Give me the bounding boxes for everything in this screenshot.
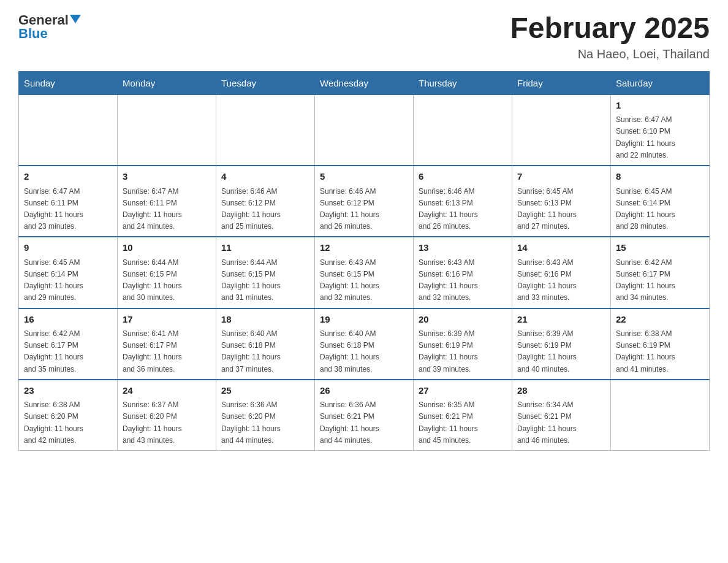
calendar-day-cell xyxy=(315,94,414,166)
day-info: Sunrise: 6:47 AMSunset: 6:11 PMDaylight:… xyxy=(123,186,211,233)
calendar-day-cell: 16Sunrise: 6:42 AMSunset: 6:17 PMDayligh… xyxy=(19,308,118,380)
calendar-body: 1Sunrise: 6:47 AMSunset: 6:10 PMDaylight… xyxy=(19,94,710,450)
day-number: 20 xyxy=(419,313,507,327)
day-number: 1 xyxy=(616,99,704,113)
calendar-day-cell xyxy=(216,94,315,166)
day-number: 24 xyxy=(123,384,211,398)
day-info: Sunrise: 6:43 AMSunset: 6:16 PMDaylight:… xyxy=(419,257,507,304)
day-info: Sunrise: 6:43 AMSunset: 6:16 PMDaylight:… xyxy=(517,257,605,304)
calendar-day-cell: 2Sunrise: 6:47 AMSunset: 6:11 PMDaylight… xyxy=(19,166,118,237)
logo-blue-text: Blue xyxy=(18,26,48,42)
calendar-week-row: 2Sunrise: 6:47 AMSunset: 6:11 PMDaylight… xyxy=(19,166,710,237)
day-number: 21 xyxy=(517,313,605,327)
day-info: Sunrise: 6:41 AMSunset: 6:17 PMDaylight:… xyxy=(123,328,211,375)
weekday-thursday: Thursday xyxy=(414,71,512,94)
day-info: Sunrise: 6:45 AMSunset: 6:13 PMDaylight:… xyxy=(517,186,605,233)
weekday-saturday: Saturday xyxy=(611,71,710,94)
day-number: 16 xyxy=(24,313,112,327)
day-number: 25 xyxy=(221,384,309,398)
calendar-day-cell: 13Sunrise: 6:43 AMSunset: 6:16 PMDayligh… xyxy=(414,237,512,308)
day-info: Sunrise: 6:46 AMSunset: 6:12 PMDaylight:… xyxy=(320,186,408,233)
day-info: Sunrise: 6:36 AMSunset: 6:20 PMDaylight:… xyxy=(221,399,309,446)
calendar-day-cell: 20Sunrise: 6:39 AMSunset: 6:19 PMDayligh… xyxy=(414,308,512,380)
day-info: Sunrise: 6:44 AMSunset: 6:15 PMDaylight:… xyxy=(123,257,211,304)
calendar-day-cell: 28Sunrise: 6:34 AMSunset: 6:21 PMDayligh… xyxy=(512,380,611,451)
day-info: Sunrise: 6:37 AMSunset: 6:20 PMDaylight:… xyxy=(123,399,211,446)
day-number: 17 xyxy=(123,313,211,327)
day-info: Sunrise: 6:44 AMSunset: 6:15 PMDaylight:… xyxy=(221,257,309,304)
day-number: 22 xyxy=(616,313,704,327)
calendar-day-cell xyxy=(118,94,216,166)
day-number: 9 xyxy=(24,241,112,255)
day-info: Sunrise: 6:35 AMSunset: 6:21 PMDaylight:… xyxy=(419,399,507,446)
calendar-day-cell: 1Sunrise: 6:47 AMSunset: 6:10 PMDaylight… xyxy=(611,94,710,166)
calendar-table: SundayMondayTuesdayWednesdayThursdayFrid… xyxy=(18,71,710,451)
day-info: Sunrise: 6:34 AMSunset: 6:21 PMDaylight:… xyxy=(517,399,605,446)
calendar-day-cell: 21Sunrise: 6:39 AMSunset: 6:19 PMDayligh… xyxy=(512,308,611,380)
day-number: 19 xyxy=(320,313,408,327)
calendar-day-cell: 27Sunrise: 6:35 AMSunset: 6:21 PMDayligh… xyxy=(414,380,512,451)
day-info: Sunrise: 6:46 AMSunset: 6:13 PMDaylight:… xyxy=(419,186,507,233)
weekday-monday: Monday xyxy=(118,71,216,94)
weekday-tuesday: Tuesday xyxy=(216,71,315,94)
day-number: 23 xyxy=(24,384,112,398)
day-number: 28 xyxy=(517,384,605,398)
day-number: 7 xyxy=(517,170,605,184)
day-number: 8 xyxy=(616,170,704,184)
logo: General Blue xyxy=(18,12,81,42)
logo-triangle-icon xyxy=(70,15,81,23)
calendar-day-cell: 10Sunrise: 6:44 AMSunset: 6:15 PMDayligh… xyxy=(118,237,216,308)
page-header: General Blue February 2025 Na Haeo, Loei… xyxy=(18,12,710,61)
calendar-day-cell xyxy=(512,94,611,166)
calendar-week-row: 1Sunrise: 6:47 AMSunset: 6:10 PMDaylight… xyxy=(19,94,710,166)
calendar-day-cell: 4Sunrise: 6:46 AMSunset: 6:12 PMDaylight… xyxy=(216,166,315,237)
day-number: 2 xyxy=(24,170,112,184)
day-info: Sunrise: 6:47 AMSunset: 6:10 PMDaylight:… xyxy=(616,114,704,161)
day-info: Sunrise: 6:38 AMSunset: 6:20 PMDaylight:… xyxy=(24,399,112,446)
calendar-day-cell: 26Sunrise: 6:36 AMSunset: 6:21 PMDayligh… xyxy=(315,380,414,451)
day-number: 3 xyxy=(123,170,211,184)
day-info: Sunrise: 6:42 AMSunset: 6:17 PMDaylight:… xyxy=(24,328,112,375)
calendar-day-cell: 14Sunrise: 6:43 AMSunset: 6:16 PMDayligh… xyxy=(512,237,611,308)
weekday-wednesday: Wednesday xyxy=(315,71,414,94)
calendar-subtitle: Na Haeo, Loei, Thailand xyxy=(510,47,710,61)
weekday-sunday: Sunday xyxy=(19,71,118,94)
day-number: 11 xyxy=(221,241,309,255)
day-info: Sunrise: 6:36 AMSunset: 6:21 PMDaylight:… xyxy=(320,399,408,446)
calendar-day-cell xyxy=(414,94,512,166)
day-number: 26 xyxy=(320,384,408,398)
day-number: 15 xyxy=(616,241,704,255)
day-number: 10 xyxy=(123,241,211,255)
day-number: 18 xyxy=(221,313,309,327)
calendar-day-cell xyxy=(611,380,710,451)
calendar-day-cell: 3Sunrise: 6:47 AMSunset: 6:11 PMDaylight… xyxy=(118,166,216,237)
day-info: Sunrise: 6:45 AMSunset: 6:14 PMDaylight:… xyxy=(616,186,704,233)
weekday-friday: Friday xyxy=(512,71,611,94)
day-info: Sunrise: 6:47 AMSunset: 6:11 PMDaylight:… xyxy=(24,186,112,233)
day-info: Sunrise: 6:40 AMSunset: 6:18 PMDaylight:… xyxy=(320,328,408,375)
day-info: Sunrise: 6:38 AMSunset: 6:19 PMDaylight:… xyxy=(616,328,704,375)
calendar-week-row: 9Sunrise: 6:45 AMSunset: 6:14 PMDaylight… xyxy=(19,237,710,308)
calendar-day-cell: 18Sunrise: 6:40 AMSunset: 6:18 PMDayligh… xyxy=(216,308,315,380)
calendar-day-cell: 8Sunrise: 6:45 AMSunset: 6:14 PMDaylight… xyxy=(611,166,710,237)
day-number: 4 xyxy=(221,170,309,184)
day-number: 6 xyxy=(419,170,507,184)
day-number: 12 xyxy=(320,241,408,255)
calendar-day-cell: 11Sunrise: 6:44 AMSunset: 6:15 PMDayligh… xyxy=(216,237,315,308)
day-info: Sunrise: 6:39 AMSunset: 6:19 PMDaylight:… xyxy=(419,328,507,375)
calendar-day-cell: 17Sunrise: 6:41 AMSunset: 6:17 PMDayligh… xyxy=(118,308,216,380)
calendar-day-cell: 9Sunrise: 6:45 AMSunset: 6:14 PMDaylight… xyxy=(19,237,118,308)
day-number: 27 xyxy=(419,384,507,398)
calendar-day-cell xyxy=(19,94,118,166)
calendar-day-cell: 6Sunrise: 6:46 AMSunset: 6:13 PMDaylight… xyxy=(414,166,512,237)
day-number: 5 xyxy=(320,170,408,184)
title-block: February 2025 Na Haeo, Loei, Thailand xyxy=(510,12,710,61)
weekday-header-row: SundayMondayTuesdayWednesdayThursdayFrid… xyxy=(19,71,710,94)
day-info: Sunrise: 6:45 AMSunset: 6:14 PMDaylight:… xyxy=(24,257,112,304)
calendar-title: February 2025 xyxy=(510,12,710,45)
day-info: Sunrise: 6:43 AMSunset: 6:15 PMDaylight:… xyxy=(320,257,408,304)
calendar-day-cell: 15Sunrise: 6:42 AMSunset: 6:17 PMDayligh… xyxy=(611,237,710,308)
day-info: Sunrise: 6:39 AMSunset: 6:19 PMDaylight:… xyxy=(517,328,605,375)
calendar-week-row: 16Sunrise: 6:42 AMSunset: 6:17 PMDayligh… xyxy=(19,308,710,380)
day-info: Sunrise: 6:46 AMSunset: 6:12 PMDaylight:… xyxy=(221,186,309,233)
